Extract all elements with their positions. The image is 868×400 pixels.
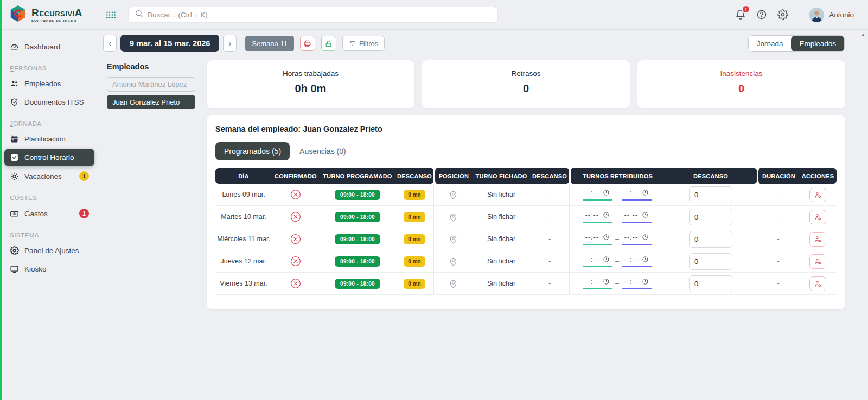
clock-icon	[642, 211, 649, 218]
sidebar-item-gastos[interactable]: Gastos 1	[4, 204, 94, 223]
tab-ausencias[interactable]: Ausencias (0)	[298, 142, 347, 160]
not-confirmed-icon[interactable]	[290, 278, 302, 289]
paid-start-time-input[interactable]: --:--	[583, 211, 612, 223]
clock-icon	[603, 189, 610, 196]
scheduled-break-cell: 0 mn	[395, 206, 433, 228]
paid-break-input[interactable]	[689, 209, 732, 225]
time-range-dash: –	[615, 235, 619, 243]
shift-badge[interactable]: 09:00 - 18:00	[335, 256, 380, 267]
not-confirmed-icon[interactable]	[290, 255, 302, 267]
date-range-badge[interactable]: 9 mar. al 15 mar. 2026	[120, 35, 219, 52]
sidebar-item-panel-de-ajustes[interactable]: Panel de Ajustes	[4, 242, 94, 260]
previous-week-button[interactable]: ‹	[103, 35, 117, 52]
paid-end-time-input[interactable]: --:--	[622, 234, 652, 245]
person-remove-icon	[814, 280, 822, 288]
sidebar-item-vacaciones[interactable]: Vacaciones 1	[4, 167, 94, 185]
paid-break-input[interactable]	[689, 275, 732, 292]
stat-card-inasistencias: Inasistencias 0	[637, 60, 845, 108]
clocked-break-cell: -	[530, 250, 569, 273]
settings-button[interactable]	[777, 9, 788, 20]
monitor-icon	[10, 264, 19, 274]
person-remove-icon	[814, 257, 822, 266]
apps-grid-icon[interactable]	[106, 11, 116, 19]
paid-break-input[interactable]	[689, 253, 732, 270]
duration-cell: -	[757, 228, 799, 250]
sidebar-item-documentos-itss[interactable]: Documentos ITSS	[4, 93, 94, 111]
employee-item-antonio-martinez[interactable]: Antonio Martínez López	[107, 77, 195, 92]
sidebar-item-kiosko[interactable]: Kiosko	[4, 260, 94, 278]
position-cell	[433, 184, 473, 206]
paid-shift-cell: --:-- – --:--	[569, 273, 665, 295]
app-logo[interactable]: RECURSIVIA SOFTWARE DE RR.HH	[0, 0, 99, 29]
filters-button[interactable]: Filtros	[342, 36, 385, 51]
scrollbar-up-arrow[interactable]: ▲	[861, 33, 865, 37]
duration-cell: -	[757, 206, 799, 228]
employee-item-juan-gonzalez[interactable]: Juan Gonzalez Prieto	[107, 95, 195, 109]
unassign-employee-button[interactable]	[809, 254, 826, 269]
funnel-icon	[349, 40, 356, 47]
logo-cube-icon	[9, 4, 27, 25]
paid-break-input[interactable]	[689, 186, 732, 203]
paid-end-time-input[interactable]: --:--	[622, 211, 652, 223]
employee-week-card: Semana del empleado: Juan Gonzalez Priet…	[207, 115, 845, 309]
actions-cell	[799, 273, 837, 295]
map-pin-icon[interactable]	[448, 234, 458, 244]
view-toggle-jornada[interactable]: Jornada	[749, 36, 792, 51]
time-range-dash: –	[615, 257, 619, 265]
tab-programados[interactable]: Programados (5)	[215, 142, 290, 160]
paid-start-time-input[interactable]: --:--	[583, 256, 612, 267]
not-confirmed-icon[interactable]	[290, 189, 302, 201]
sidebar-item-empleados[interactable]: Empleados	[4, 75, 94, 93]
unassign-employee-button[interactable]	[809, 188, 826, 202]
map-pin-icon[interactable]	[448, 212, 458, 222]
column-header-turno-programado: TURNO PROGRAMADO	[320, 168, 395, 184]
paid-start-time-input[interactable]: --:--	[583, 278, 612, 289]
scheduled-shift-cell: 09:00 - 18:00	[320, 250, 395, 273]
unlock-button[interactable]	[321, 36, 336, 51]
break-badge: 0 mn	[404, 234, 425, 244]
table-row: Jueves 12 mar. 09:00 - 18:00 0 mn Sin fi…	[215, 250, 837, 273]
shift-badge[interactable]: 09:00 - 18:00	[335, 212, 380, 222]
stat-card-retrasos: Retrasos 0	[422, 60, 630, 108]
shift-badge[interactable]: 09:00 - 18:00	[335, 279, 380, 289]
next-week-button[interactable]: ›	[223, 35, 237, 52]
print-button[interactable]	[300, 36, 315, 51]
search-input[interactable]	[148, 11, 492, 19]
sidebar-item-planificacion[interactable]: Planificación	[4, 130, 94, 148]
sidebar-section-jornada: JORNADA	[10, 120, 89, 127]
notifications-button[interactable]: 1	[735, 9, 746, 20]
unassign-employee-button[interactable]	[809, 276, 826, 291]
sidebar-item-dashboard[interactable]: Dashboard	[4, 38, 94, 56]
stats-row: Horas trabajadas 0h 0m Retrasos 0 Inasis…	[207, 60, 845, 108]
day-cell: Lunes 09 mar.	[215, 184, 272, 206]
paid-break-input[interactable]	[689, 231, 732, 248]
map-pin-icon[interactable]	[448, 256, 458, 267]
column-header-duracion: DURACIÓN	[757, 168, 799, 184]
duration-cell: -	[757, 273, 799, 295]
paid-end-time-input[interactable]: --:--	[622, 278, 652, 289]
map-pin-icon[interactable]	[448, 279, 458, 289]
scheduled-break-cell: 0 mn	[395, 273, 433, 295]
paid-start-time-input[interactable]: --:--	[583, 234, 612, 245]
map-pin-icon[interactable]	[448, 190, 458, 200]
not-confirmed-icon[interactable]	[290, 233, 302, 245]
paid-break-cell	[665, 250, 757, 273]
shift-badge[interactable]: 09:00 - 18:00	[335, 234, 380, 244]
unassign-employee-button[interactable]	[809, 210, 826, 224]
unassign-employee-button[interactable]	[809, 232, 826, 247]
user-menu[interactable]: Antonio	[809, 8, 854, 22]
clock-icon	[603, 234, 610, 241]
sidebar-item-control-horario[interactable]: Control Horario	[4, 149, 94, 166]
paid-end-time-input[interactable]: --:--	[622, 189, 652, 201]
sidebar: Dashboard PERSONAS Empleados Documentos …	[0, 30, 99, 400]
paid-start-time-input[interactable]: --:--	[583, 189, 612, 201]
sidebar-section-personas: PERSONAS	[10, 65, 89, 72]
calendar-icon	[10, 134, 19, 144]
day-cell: Martes 10 mar.	[215, 206, 272, 228]
help-button[interactable]	[756, 9, 767, 20]
not-confirmed-icon[interactable]	[290, 211, 302, 223]
paid-end-time-input[interactable]: --:--	[622, 256, 652, 267]
shift-badge[interactable]: 09:00 - 18:00	[335, 190, 380, 200]
view-toggle-empleados[interactable]: Empleados	[791, 36, 844, 51]
position-cell	[433, 228, 473, 250]
